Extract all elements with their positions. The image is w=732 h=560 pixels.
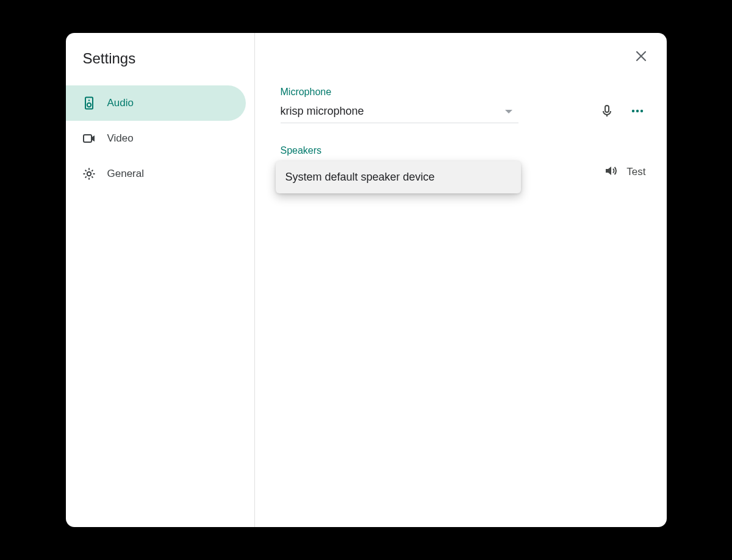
microphone-icon-button[interactable]: [598, 104, 615, 121]
svg-point-6: [87, 172, 90, 176]
sidebar-item-label: General: [107, 168, 144, 180]
chevron-down-icon: [505, 110, 512, 113]
svg-point-4: [87, 103, 90, 107]
test-sound-icon-button[interactable]: [602, 163, 619, 181]
sidebar-item-label: Audio: [107, 97, 134, 109]
microphone-value: krisp microphone: [281, 105, 364, 118]
microphone-actions: [598, 104, 646, 121]
sidebar-title: Settings: [66, 48, 254, 85]
sidebar-item-general[interactable]: General: [66, 156, 246, 192]
microphone-label: Microphone: [281, 87, 646, 98]
svg-point-9: [631, 110, 634, 112]
more-horizontal-icon: [630, 104, 645, 121]
microphone-row: krisp microphone: [281, 101, 646, 123]
svg-point-10: [636, 110, 638, 112]
main-panel: Microphone krisp microphone: [255, 33, 667, 527]
gear-icon: [82, 167, 96, 181]
speaker-icon: [82, 96, 96, 110]
speakers-dropdown[interactable]: System default speaker device: [276, 161, 521, 193]
sidebar-item-label: Video: [107, 132, 134, 145]
microphone-select[interactable]: krisp microphone: [281, 101, 518, 123]
sidebar: Settings Audio: [66, 33, 255, 527]
speakers-test-row: Test: [602, 163, 645, 181]
sidebar-item-audio[interactable]: Audio: [66, 85, 246, 121]
speakers-dropdown-item[interactable]: System default speaker device: [276, 167, 521, 187]
svg-point-3: [88, 99, 89, 101]
more-options-button[interactable]: [629, 104, 646, 121]
microphone-section: Microphone krisp microphone: [281, 87, 646, 123]
svg-rect-5: [84, 135, 92, 142]
speakers-section: Speakers System default speaker device T…: [281, 145, 646, 156]
settings-dialog: Settings Audio: [66, 33, 667, 527]
microphone-icon: [600, 104, 614, 121]
speakers-label: Speakers: [281, 145, 646, 156]
volume-icon: [603, 163, 618, 181]
test-button[interactable]: Test: [626, 166, 645, 178]
svg-rect-7: [605, 106, 609, 112]
sidebar-item-video[interactable]: Video: [66, 121, 246, 156]
sidebar-nav: Audio Video General: [66, 85, 254, 192]
video-icon: [82, 131, 96, 146]
svg-point-11: [640, 110, 642, 112]
